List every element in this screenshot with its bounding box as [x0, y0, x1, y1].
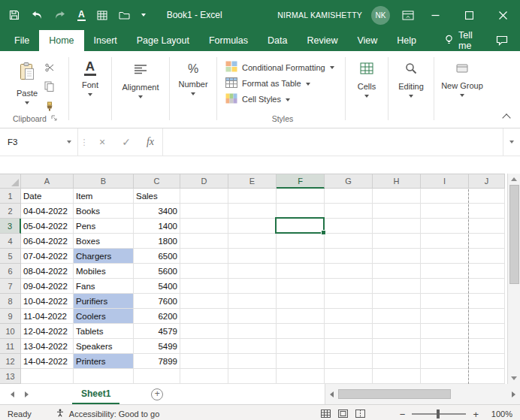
cell-I5[interactable] — [421, 249, 469, 264]
cell-G4[interactable] — [325, 234, 373, 249]
worksheet-icon[interactable] — [97, 11, 107, 20]
avatar[interactable]: NK — [371, 6, 390, 25]
cell-E4[interactable] — [228, 234, 277, 249]
cell-C2[interactable]: 3400 — [134, 204, 180, 219]
row-header-9[interactable]: 9 — [0, 309, 21, 324]
cell-D9[interactable] — [180, 309, 228, 324]
new-group-button[interactable]: New Group — [441, 60, 483, 97]
cell-J6[interactable] — [469, 264, 505, 279]
cell-C5[interactable]: 6500 — [134, 249, 180, 264]
column-header-D[interactable]: D — [180, 174, 228, 189]
cell-H9[interactable] — [373, 309, 421, 324]
cell-B8[interactable]: Purifiers — [74, 294, 134, 309]
accessibility-status[interactable]: Accessibility: Good to go — [56, 409, 159, 419]
new-sheet-button[interactable]: + — [151, 388, 163, 400]
insert-function-icon[interactable]: fx — [138, 128, 162, 156]
name-box[interactable]: F3 — [0, 128, 78, 156]
cell-H6[interactable] — [373, 264, 421, 279]
conditional-formatting-button[interactable]: Conditional Formatting — [225, 61, 334, 74]
cell-F12[interactable] — [277, 354, 325, 369]
cell-I9[interactable] — [421, 309, 469, 324]
cell-J3[interactable] — [469, 219, 505, 234]
tab-home[interactable]: Home — [39, 30, 83, 51]
alignment-group-button[interactable]: Alignment — [122, 60, 159, 98]
zoom-out-button[interactable]: − — [400, 409, 406, 419]
column-header-A[interactable]: A — [21, 174, 74, 189]
row-header-3[interactable]: 3 — [0, 219, 21, 234]
cell-C12[interactable]: 7899 — [134, 354, 180, 369]
redo-icon[interactable] — [54, 11, 66, 20]
row-header-5[interactable]: 5 — [0, 249, 21, 264]
zoom-slider-thumb[interactable] — [437, 409, 440, 418]
cell-E8[interactable] — [228, 294, 277, 309]
column-header-C[interactable]: C — [134, 174, 180, 189]
cell-D7[interactable] — [180, 279, 228, 294]
column-header-G[interactable]: G — [325, 174, 373, 189]
cell-D11[interactable] — [180, 339, 228, 354]
zoom-slider[interactable] — [412, 413, 466, 415]
minimize-button[interactable] — [419, 0, 452, 30]
cell-B5[interactable]: Chargers — [74, 249, 134, 264]
row-header-12[interactable]: 12 — [0, 354, 21, 369]
cell-E11[interactable] — [228, 339, 277, 354]
cell-H10[interactable] — [373, 324, 421, 339]
cell-C4[interactable]: 1800 — [134, 234, 180, 249]
cell-B10[interactable]: Tablets — [74, 324, 134, 339]
cell-J8[interactable] — [469, 294, 505, 309]
tab-formulas[interactable]: Formulas — [199, 30, 258, 51]
cell-C13[interactable] — [134, 369, 180, 384]
cell-G11[interactable] — [325, 339, 373, 354]
cell-G1[interactable] — [325, 189, 373, 204]
cell-I2[interactable] — [421, 204, 469, 219]
cell-I12[interactable] — [421, 354, 469, 369]
row-header-8[interactable]: 8 — [0, 294, 21, 309]
cell-B3[interactable]: Pens — [74, 219, 134, 234]
cell-B11[interactable]: Speakers — [74, 339, 134, 354]
cell-E1[interactable] — [228, 189, 277, 204]
cell-A9[interactable]: 11-04-2022 — [21, 309, 74, 324]
ribbon-display-options-icon[interactable] — [402, 11, 414, 20]
tab-help[interactable]: Help — [387, 30, 426, 51]
name-box-caret-icon[interactable] — [67, 141, 71, 144]
cell-A13[interactable] — [21, 369, 74, 384]
save-icon[interactable] — [9, 10, 20, 20]
horizontal-scrollbar-thumb[interactable] — [338, 389, 451, 399]
cell-B6[interactable]: Mobiles — [74, 264, 134, 279]
cell-D4[interactable] — [180, 234, 228, 249]
cell-H1[interactable] — [373, 189, 421, 204]
cell-F5[interactable] — [277, 249, 325, 264]
number-group-button[interactable]: % Number — [178, 60, 207, 95]
tab-view[interactable]: View — [347, 30, 387, 51]
cell-E6[interactable] — [228, 264, 277, 279]
cell-C11[interactable]: 5499 — [134, 339, 180, 354]
cell-J10[interactable] — [469, 324, 505, 339]
normal-view-icon[interactable] — [321, 409, 331, 419]
vertical-scrollbar-thumb[interactable] — [509, 185, 519, 284]
editing-group-button[interactable]: Editing — [398, 60, 424, 98]
cell-D2[interactable] — [180, 204, 228, 219]
cell-I1[interactable] — [421, 189, 469, 204]
page-layout-view-icon[interactable] — [338, 409, 348, 419]
collapse-ribbon-icon[interactable] — [502, 113, 510, 122]
cell-J1[interactable] — [469, 189, 505, 204]
column-header-H[interactable]: H — [373, 174, 421, 189]
tab-data[interactable]: Data — [258, 30, 297, 51]
cell-C10[interactable]: 4579 — [134, 324, 180, 339]
cell-A6[interactable]: 08-04-2022 — [21, 264, 74, 279]
cell-F10[interactable] — [277, 324, 325, 339]
cell-B12[interactable]: Printers — [74, 354, 134, 369]
cell-G8[interactable] — [325, 294, 373, 309]
cell-E10[interactable] — [228, 324, 277, 339]
cell-J2[interactable] — [469, 204, 505, 219]
cell-D13[interactable] — [180, 369, 228, 384]
formula-bar-grip[interactable]: ⋮ — [78, 128, 90, 156]
cell-G6[interactable] — [325, 264, 373, 279]
cell-F2[interactable] — [277, 204, 325, 219]
row-header-10[interactable]: 10 — [0, 324, 21, 339]
cell-F13[interactable] — [277, 369, 325, 384]
tab-page-layout[interactable]: Page Layout — [127, 30, 199, 51]
cell-I7[interactable] — [421, 279, 469, 294]
cell-B9[interactable]: Coolers — [74, 309, 134, 324]
scroll-up-icon[interactable] — [508, 174, 520, 185]
cell-H2[interactable] — [373, 204, 421, 219]
